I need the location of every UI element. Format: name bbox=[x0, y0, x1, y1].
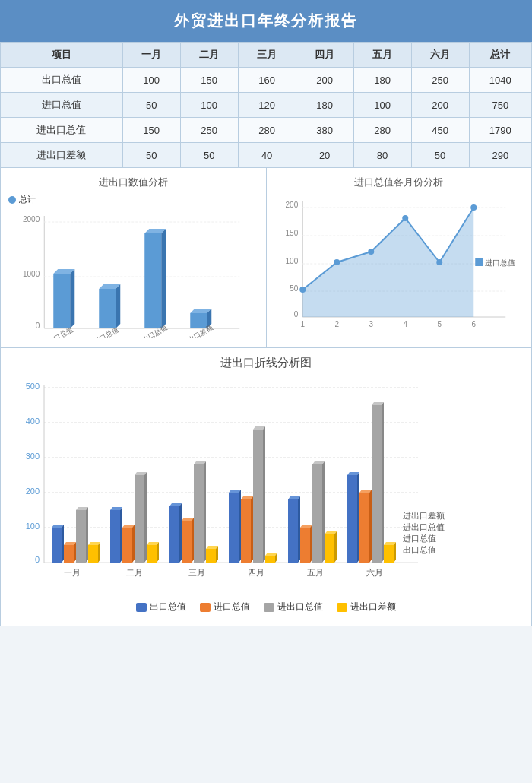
table-cell-value: 200 bbox=[411, 93, 469, 118]
big-chart-title: 进出口折线分析图 bbox=[13, 356, 519, 370]
svg-marker-64 bbox=[62, 525, 64, 563]
svg-rect-7 bbox=[53, 274, 70, 328]
chart-left-title: 进出口数值分析 bbox=[8, 176, 258, 189]
table-cell-label: 出口总值 bbox=[1, 68, 123, 93]
svg-rect-120 bbox=[312, 464, 322, 563]
svg-text:300: 300 bbox=[26, 452, 40, 461]
svg-text:出口总值: 出口总值 bbox=[403, 545, 436, 554]
svg-point-36 bbox=[334, 259, 340, 265]
svg-text:2000: 2000 bbox=[23, 215, 40, 223]
svg-text:进口总值: 进口总值 bbox=[485, 258, 515, 267]
svg-marker-103 bbox=[239, 490, 241, 563]
svg-rect-81 bbox=[135, 475, 144, 563]
svg-text:进出口差额: 进出口差额 bbox=[403, 511, 445, 520]
big-chart-box: 进出口折线分析图 500 400 300 200 100 0 bbox=[0, 348, 532, 626]
svg-marker-83 bbox=[144, 472, 147, 563]
legend-diff-color bbox=[337, 603, 347, 612]
table-cell-value: 250 bbox=[180, 118, 238, 143]
svg-marker-9 bbox=[70, 269, 74, 328]
svg-rect-123 bbox=[325, 534, 334, 563]
svg-marker-138 bbox=[394, 542, 396, 563]
table-cell-value: 200 bbox=[296, 68, 353, 93]
svg-marker-106 bbox=[251, 496, 253, 563]
chart-right-svg: 200 150 100 50 0 bbox=[274, 194, 524, 334]
chart-left-legend-dot bbox=[8, 196, 16, 204]
col-header-total: 总计 bbox=[469, 43, 531, 68]
svg-text:二月: 二月 bbox=[126, 568, 143, 577]
legend-diff: 进出口差额 bbox=[337, 601, 396, 613]
col-header-jan: 一月 bbox=[122, 43, 180, 68]
chart-left: 进出口数值分析 总计 2000 1000 0 bbox=[1, 168, 267, 347]
svg-marker-67 bbox=[74, 542, 76, 563]
table-cell-value: 120 bbox=[238, 93, 296, 118]
svg-text:一月: 一月 bbox=[64, 568, 81, 577]
table-row: 进出口差额505040208050290 bbox=[1, 143, 532, 168]
chart-right-title: 进口总值各月份分析 bbox=[274, 176, 524, 189]
page: 外贸进出口年终分析报告 项目 一月 二月 三月 四月 五月 六月 总计 出口总值… bbox=[0, 0, 532, 626]
svg-marker-109 bbox=[263, 426, 265, 563]
table-cell-value: 450 bbox=[411, 118, 469, 143]
svg-text:1: 1 bbox=[300, 320, 305, 328]
svg-point-35 bbox=[299, 287, 306, 293]
svg-marker-119 bbox=[310, 525, 312, 563]
chart-left-svg: 2000 1000 0 出口总值 bbox=[8, 208, 258, 338]
svg-marker-70 bbox=[86, 507, 88, 563]
legend-export-label: 出口总值 bbox=[150, 601, 186, 613]
svg-rect-127 bbox=[347, 475, 357, 563]
svg-rect-117 bbox=[300, 528, 310, 563]
col-header-may: 五月 bbox=[353, 43, 411, 68]
legend-total: 进出口总值 bbox=[264, 601, 323, 613]
legend-import-color bbox=[200, 603, 211, 612]
svg-rect-15 bbox=[144, 233, 161, 328]
svg-text:150: 150 bbox=[285, 229, 298, 237]
svg-marker-125 bbox=[334, 531, 337, 563]
table-header-row: 项目 一月 二月 三月 四月 五月 六月 总计 bbox=[1, 43, 532, 68]
svg-text:100: 100 bbox=[26, 521, 40, 531]
svg-marker-93 bbox=[192, 518, 194, 563]
svg-rect-110 bbox=[265, 556, 275, 563]
svg-rect-19 bbox=[190, 313, 207, 328]
svg-rect-107 bbox=[253, 430, 263, 563]
svg-rect-62 bbox=[52, 528, 62, 563]
svg-marker-132 bbox=[369, 490, 372, 563]
svg-rect-68 bbox=[76, 510, 86, 563]
svg-text:五月: 五月 bbox=[307, 568, 324, 577]
table-cell-value: 250 bbox=[411, 68, 469, 93]
svg-rect-75 bbox=[110, 510, 120, 563]
table-cell-value: 290 bbox=[469, 143, 531, 168]
svg-rect-104 bbox=[241, 499, 251, 563]
svg-point-40 bbox=[470, 204, 477, 211]
svg-rect-101 bbox=[229, 493, 239, 563]
svg-marker-129 bbox=[357, 472, 359, 563]
table-cell-value: 1040 bbox=[469, 68, 531, 93]
legend-import: 进口总值 bbox=[200, 601, 250, 613]
legend-diff-label: 进出口差额 bbox=[350, 601, 396, 613]
table-cell-label: 进口总值 bbox=[1, 93, 123, 118]
legend-export-color bbox=[136, 603, 147, 612]
svg-text:2: 2 bbox=[334, 320, 339, 328]
col-header-mar: 三月 bbox=[238, 43, 296, 68]
svg-text:100: 100 bbox=[285, 257, 298, 265]
table-cell-value: 50 bbox=[411, 143, 469, 168]
svg-marker-86 bbox=[157, 542, 159, 563]
table-row: 出口总值1001501602001802501040 bbox=[1, 68, 532, 93]
col-header-feb: 二月 bbox=[180, 43, 238, 68]
svg-rect-47 bbox=[475, 258, 483, 266]
svg-rect-130 bbox=[359, 493, 369, 563]
table-cell-value: 50 bbox=[180, 143, 238, 168]
svg-text:6: 6 bbox=[471, 320, 476, 328]
svg-text:5: 5 bbox=[437, 320, 442, 328]
report-title: 外贸进出口年终分析报告 bbox=[174, 12, 358, 29]
svg-rect-94 bbox=[194, 464, 204, 563]
svg-text:四月: 四月 bbox=[248, 568, 264, 577]
table-cell-value: 100 bbox=[353, 93, 411, 118]
svg-marker-17 bbox=[161, 229, 166, 328]
svg-point-38 bbox=[402, 215, 408, 221]
chart-left-legend: 总计 bbox=[8, 194, 258, 205]
svg-marker-77 bbox=[120, 507, 122, 563]
col-header-apr: 四月 bbox=[296, 43, 353, 68]
svg-marker-90 bbox=[179, 503, 182, 563]
col-header-jun: 六月 bbox=[411, 43, 469, 68]
table-cell-value: 100 bbox=[180, 93, 238, 118]
svg-text:200: 200 bbox=[285, 201, 298, 209]
